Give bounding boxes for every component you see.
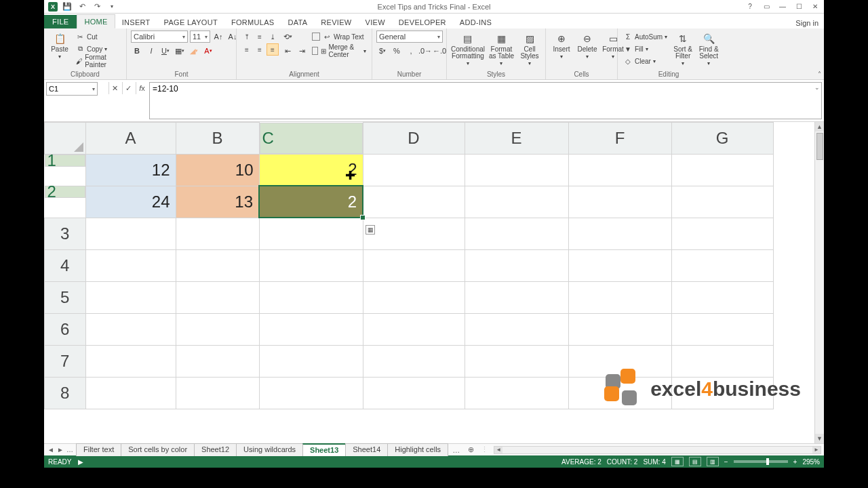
align-right[interactable]: ≡ [267, 43, 279, 56]
cell-A4[interactable] [85, 249, 176, 281]
cell-D4[interactable] [363, 249, 465, 281]
tab-file[interactable]: FILE [44, 15, 77, 28]
bold-button[interactable]: B [131, 45, 143, 57]
cell-G1[interactable] [671, 154, 773, 186]
cell-B4[interactable] [176, 249, 259, 281]
cell-C5[interactable] [259, 281, 363, 313]
tab-formulas[interactable]: FORMULAS [224, 16, 281, 28]
sheet-nav-more-icon[interactable]: … [65, 446, 75, 453]
tab-developer[interactable]: DEVELOPER [392, 16, 453, 28]
cell-A2[interactable]: 24 [85, 186, 176, 218]
zoom-out-icon[interactable]: − [724, 458, 728, 466]
add-sheet-icon[interactable]: ⊕ [464, 445, 478, 454]
scroll-thumb[interactable] [816, 133, 823, 160]
cell-D1[interactable] [363, 154, 465, 186]
vertical-scrollbar[interactable]: ▲ ▼ [814, 122, 824, 443]
cell-B6[interactable] [176, 313, 259, 345]
increase-indent[interactable]: ⇥ [296, 45, 308, 57]
cell-F5[interactable] [568, 281, 671, 313]
sign-in-link[interactable]: Sign in [790, 18, 824, 28]
sheet-tab-using-wildcards[interactable]: Using wildcards [236, 443, 303, 456]
align-center[interactable]: ≡ [254, 43, 266, 56]
column-header-A[interactable]: A [85, 123, 176, 155]
cell-D6[interactable] [363, 313, 465, 345]
fx-icon[interactable]: fx [136, 82, 148, 94]
cell-A7[interactable] [85, 345, 176, 377]
cell-B8[interactable] [176, 377, 259, 409]
fill-button[interactable]: ▼Fill▾ [622, 43, 669, 55]
help-icon[interactable]: ? [745, 2, 755, 12]
row-header-4[interactable]: 4 [45, 249, 86, 281]
cell-A3[interactable] [85, 218, 176, 249]
cell-F1[interactable] [568, 154, 671, 186]
tab-review[interactable]: REVIEW [314, 16, 358, 28]
page-break-view-icon[interactable]: ▥ [707, 457, 719, 466]
find-select-button[interactable]: 🔍Find & Select▾ [697, 30, 720, 68]
tab-view[interactable]: VIEW [359, 16, 392, 28]
align-left[interactable]: ≡ [241, 43, 253, 56]
sheet-tab-sheet13[interactable]: Sheet13 [302, 443, 346, 456]
number-format-select[interactable]: General▾ [376, 30, 443, 43]
cell-B7[interactable] [176, 345, 259, 377]
ribbon-display-icon[interactable]: ▭ [762, 2, 771, 12]
enter-formula-icon[interactable]: ✓ [122, 82, 134, 94]
fill-color-button[interactable]: ◢▾ [188, 45, 200, 57]
merge-center-button[interactable]: ⊞Merge & Center▾ [311, 45, 368, 57]
scroll-up-icon[interactable]: ▲ [815, 122, 824, 131]
format-as-table-button[interactable]: ▦Format as Table▾ [488, 30, 515, 68]
align-top[interactable]: ⤒ [241, 30, 253, 43]
cell-D2[interactable] [363, 186, 465, 218]
cell-styles-button[interactable]: ▨Cell Styles▾ [518, 30, 541, 68]
cell-E2[interactable] [465, 186, 568, 218]
row-header-1[interactable]: 1 [45, 155, 85, 167]
cell-G3[interactable] [671, 218, 773, 249]
cell-G7[interactable] [671, 345, 773, 377]
align-bottom[interactable]: ⤓ [267, 30, 279, 43]
row-header-6[interactable]: 6 [45, 313, 86, 345]
format-painter-button[interactable]: 🖌Format Painter [74, 55, 122, 67]
qat-customize-icon[interactable]: ▾ [106, 1, 117, 12]
autofill-options-icon[interactable]: ▦ [366, 225, 375, 235]
column-header-G[interactable]: G [671, 123, 773, 155]
increase-font-icon[interactable]: A↑ [212, 30, 224, 43]
zoom-slider[interactable] [734, 460, 788, 463]
cell-F7[interactable] [568, 345, 671, 377]
cell-C3[interactable] [259, 218, 363, 249]
cell-G2[interactable] [671, 186, 773, 218]
scroll-down-icon[interactable]: ▼ [815, 434, 824, 443]
cell-F3[interactable] [568, 218, 671, 249]
cell-E3[interactable] [465, 218, 568, 249]
wrap-text-button[interactable]: ↩Wrap Text [311, 30, 368, 43]
currency-button[interactable]: $▾ [376, 45, 389, 57]
normal-view-icon[interactable]: ▦ [671, 457, 684, 466]
cell-G8[interactable] [671, 377, 773, 409]
sheet-tab-sheet14[interactable]: Sheet14 [345, 443, 388, 456]
cancel-formula-icon[interactable]: ✕ [108, 82, 121, 94]
cell-E6[interactable] [465, 313, 568, 345]
column-header-D[interactable]: D [363, 123, 465, 155]
column-header-B[interactable]: B [176, 123, 259, 155]
column-header-F[interactable]: F [568, 123, 671, 155]
sheet-tab-sheet12[interactable]: Sheet12 [194, 443, 237, 456]
cell-D5[interactable] [363, 281, 465, 313]
row-header-3[interactable]: 3 [45, 218, 86, 249]
cell-A8[interactable] [85, 377, 176, 409]
sheet-tab-filter-text[interactable]: Filter text [76, 443, 121, 456]
name-box[interactable]: C1▾ [46, 82, 98, 96]
font-name-select[interactable]: Calibri▾ [131, 30, 188, 43]
cell-B1[interactable]: 10 [176, 154, 259, 186]
sheet-tab-highlight-cells[interactable]: Highlight cells [387, 443, 448, 456]
zoom-level[interactable]: 295% [802, 458, 820, 466]
cell-A5[interactable] [85, 281, 176, 313]
insert-cells-button[interactable]: ⊕Insert▾ [550, 30, 573, 62]
cell-D8[interactable] [363, 377, 465, 409]
align-middle[interactable]: ≡ [254, 30, 266, 43]
sheet-nav-next-icon[interactable]: ► [56, 446, 65, 453]
sort-filter-button[interactable]: ⇅Sort & Filter▾ [671, 30, 694, 68]
redo-icon[interactable]: ↷ [92, 1, 102, 12]
cell-G5[interactable] [671, 281, 773, 313]
cell-F8[interactable] [568, 377, 671, 409]
minimize-icon[interactable]: — [778, 2, 787, 12]
sheet-tab-sort-cells-by-color[interactable]: Sort cells by color [121, 443, 195, 456]
row-header-7[interactable]: 7 [45, 345, 86, 377]
